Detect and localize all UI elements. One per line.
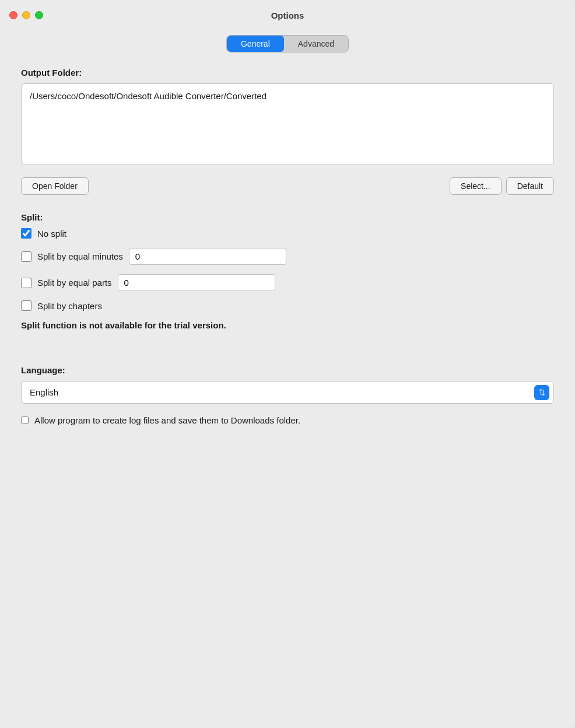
tab-group: General Advanced xyxy=(226,35,349,52)
split-minutes-checkbox[interactable] xyxy=(21,251,31,262)
tab-advanced[interactable]: Advanced xyxy=(284,36,348,52)
folder-buttons-right: Select... Default xyxy=(450,177,554,195)
close-button[interactable] xyxy=(9,11,17,19)
split-parts-label: Split by equal parts xyxy=(37,278,112,288)
output-folder-label: Output Folder: xyxy=(21,68,554,78)
split-chapters-checkbox[interactable] xyxy=(21,300,31,311)
split-parts-input[interactable] xyxy=(118,274,275,291)
split-note: Split function is not available for the … xyxy=(21,320,554,330)
no-split-label: No split xyxy=(37,229,66,239)
maximize-button[interactable] xyxy=(35,11,43,19)
title-bar: Options xyxy=(0,0,575,30)
select-button[interactable]: Select... xyxy=(450,177,502,195)
split-label: Split: xyxy=(21,212,554,222)
tabs-row: General Advanced xyxy=(0,30,575,62)
split-chapters-label: Split by chapters xyxy=(37,301,102,311)
folder-buttons: Open Folder Select... Default xyxy=(21,177,554,195)
default-button[interactable]: Default xyxy=(506,177,554,195)
open-folder-button[interactable]: Open Folder xyxy=(21,177,89,195)
language-label: Language: xyxy=(21,365,554,375)
split-parts-row: Split by equal parts xyxy=(21,274,554,291)
split-parts-checkbox[interactable] xyxy=(21,278,31,288)
split-section: Split: No split Split by equal minutes S… xyxy=(21,212,554,330)
split-minutes-label: Split by equal minutes xyxy=(37,251,123,261)
log-files-row: Allow program to create log files and sa… xyxy=(21,415,554,425)
split-minutes-input[interactable] xyxy=(129,248,286,265)
traffic-lights xyxy=(9,11,43,19)
language-select-wrapper: English Chinese French German Japanese S… xyxy=(21,381,554,404)
options-window: Options General Advanced Output Folder: … xyxy=(0,0,575,728)
language-select[interactable]: English Chinese French German Japanese S… xyxy=(21,381,554,404)
window-title: Options xyxy=(271,10,304,20)
log-files-label: Allow program to create log files and sa… xyxy=(34,415,300,425)
no-split-row: No split xyxy=(21,228,554,239)
output-folder-input[interactable]: /Users/coco/Ondesoft/Ondesoft Audible Co… xyxy=(21,83,554,165)
no-split-checkbox[interactable] xyxy=(21,228,31,239)
minimize-button[interactable] xyxy=(22,11,30,19)
log-files-checkbox[interactable] xyxy=(21,416,29,424)
tab-general[interactable]: General xyxy=(227,36,284,52)
split-minutes-row: Split by equal minutes xyxy=(21,248,554,265)
language-section: Language: English Chinese French German … xyxy=(21,365,554,404)
split-chapters-row: Split by chapters xyxy=(21,300,554,311)
content-area: Output Folder: /Users/coco/Ondesoft/Onde… xyxy=(0,62,575,446)
